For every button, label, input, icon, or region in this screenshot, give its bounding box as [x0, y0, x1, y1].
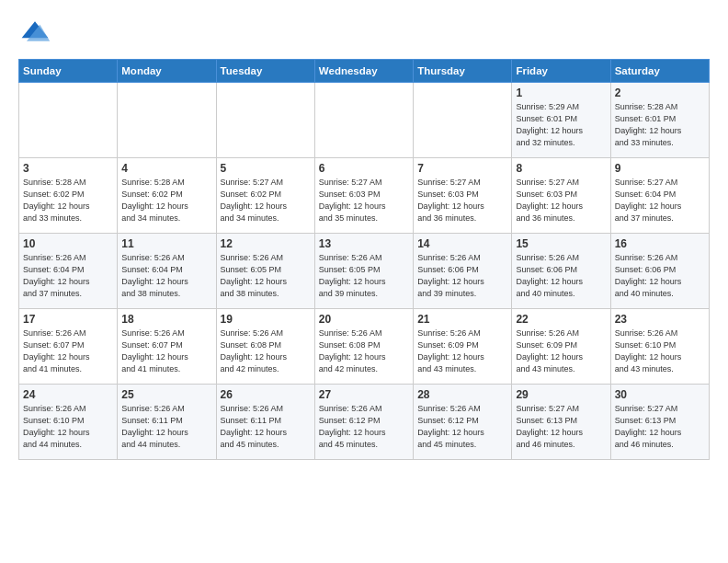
- week-row-2: 3Sunrise: 5:28 AM Sunset: 6:02 PM Daylig…: [19, 158, 710, 234]
- calendar-cell: 14Sunrise: 5:26 AM Sunset: 6:06 PM Dayli…: [414, 234, 512, 309]
- header: [18, 15, 710, 48]
- day-number: 10: [23, 237, 113, 250]
- day-info: Sunrise: 5:28 AM Sunset: 6:02 PM Dayligh…: [23, 177, 113, 224]
- calendar-cell: 28Sunrise: 5:26 AM Sunset: 6:12 PM Dayli…: [414, 385, 512, 460]
- day-number: 24: [23, 388, 113, 401]
- week-row-5: 24Sunrise: 5:26 AM Sunset: 6:10 PM Dayli…: [19, 385, 710, 460]
- calendar-cell: 17Sunrise: 5:26 AM Sunset: 6:07 PM Dayli…: [19, 309, 118, 385]
- day-number: 26: [221, 388, 311, 401]
- day-number: 16: [615, 237, 705, 250]
- calendar-cell: 26Sunrise: 5:26 AM Sunset: 6:11 PM Dayli…: [216, 385, 314, 460]
- day-number: 13: [319, 237, 409, 250]
- calendar-cell: 12Sunrise: 5:26 AM Sunset: 6:05 PM Dayli…: [216, 234, 314, 309]
- calendar-cell: 6Sunrise: 5:27 AM Sunset: 6:03 PM Daylig…: [314, 158, 413, 234]
- calendar-cell: 27Sunrise: 5:26 AM Sunset: 6:12 PM Dayli…: [314, 385, 413, 460]
- calendar-cell: 20Sunrise: 5:26 AM Sunset: 6:08 PM Dayli…: [314, 309, 413, 385]
- calendar-cell: [118, 83, 216, 158]
- calendar-cell: 24Sunrise: 5:26 AM Sunset: 6:10 PM Dayli…: [19, 385, 118, 460]
- calendar-cell: 16Sunrise: 5:26 AM Sunset: 6:06 PM Dayli…: [610, 234, 709, 309]
- calendar-cell: 29Sunrise: 5:27 AM Sunset: 6:13 PM Dayli…: [512, 385, 610, 460]
- day-info: Sunrise: 5:26 AM Sunset: 6:10 PM Dayligh…: [23, 403, 113, 451]
- calendar-cell: [314, 83, 413, 158]
- day-info: Sunrise: 5:27 AM Sunset: 6:02 PM Dayligh…: [221, 177, 311, 224]
- weekday-header-tuesday: Tuesday: [216, 60, 314, 83]
- calendar-cell: 2Sunrise: 5:28 AM Sunset: 6:01 PM Daylig…: [610, 83, 709, 158]
- calendar-cell: 23Sunrise: 5:26 AM Sunset: 6:10 PM Dayli…: [610, 309, 709, 385]
- day-info: Sunrise: 5:26 AM Sunset: 6:04 PM Dayligh…: [23, 252, 113, 300]
- day-info: Sunrise: 5:26 AM Sunset: 6:11 PM Dayligh…: [121, 403, 211, 451]
- calendar-cell: 4Sunrise: 5:28 AM Sunset: 6:02 PM Daylig…: [118, 158, 216, 234]
- day-info: Sunrise: 5:26 AM Sunset: 6:11 PM Dayligh…: [221, 403, 311, 451]
- day-info: Sunrise: 5:26 AM Sunset: 6:09 PM Dayligh…: [417, 327, 507, 375]
- day-info: Sunrise: 5:27 AM Sunset: 6:03 PM Dayligh…: [417, 177, 507, 224]
- day-info: Sunrise: 5:27 AM Sunset: 6:03 PM Dayligh…: [516, 177, 606, 224]
- weekday-header-sunday: Sunday: [19, 60, 118, 83]
- day-number: 18: [121, 313, 211, 326]
- day-number: 12: [221, 237, 311, 250]
- calendar-cell: [19, 83, 118, 158]
- calendar-cell: [216, 83, 314, 158]
- weekday-header-row: SundayMondayTuesdayWednesdayThursdayFrid…: [19, 60, 710, 83]
- day-number: 8: [516, 162, 606, 175]
- day-number: 7: [417, 162, 507, 175]
- day-number: 4: [121, 162, 211, 175]
- calendar-cell: 7Sunrise: 5:27 AM Sunset: 6:03 PM Daylig…: [414, 158, 512, 234]
- day-number: 30: [615, 388, 705, 401]
- day-info: Sunrise: 5:27 AM Sunset: 6:13 PM Dayligh…: [615, 403, 705, 451]
- day-number: 14: [417, 237, 507, 250]
- day-number: 17: [23, 313, 113, 326]
- day-info: Sunrise: 5:26 AM Sunset: 6:06 PM Dayligh…: [417, 252, 507, 300]
- day-number: 11: [121, 237, 211, 250]
- day-info: Sunrise: 5:26 AM Sunset: 6:05 PM Dayligh…: [221, 252, 311, 300]
- calendar-cell: 9Sunrise: 5:27 AM Sunset: 6:04 PM Daylig…: [610, 158, 709, 234]
- day-number: 3: [23, 162, 113, 175]
- calendar-cell: [414, 83, 512, 158]
- day-number: 21: [417, 313, 507, 326]
- day-info: Sunrise: 5:26 AM Sunset: 6:08 PM Dayligh…: [221, 327, 311, 375]
- weekday-header-friday: Friday: [512, 60, 610, 83]
- weekday-header-thursday: Thursday: [414, 60, 512, 83]
- day-info: Sunrise: 5:26 AM Sunset: 6:04 PM Dayligh…: [121, 252, 211, 300]
- day-info: Sunrise: 5:27 AM Sunset: 6:04 PM Dayligh…: [615, 177, 705, 224]
- day-number: 25: [121, 388, 211, 401]
- day-info: Sunrise: 5:28 AM Sunset: 6:01 PM Dayligh…: [615, 101, 705, 149]
- calendar-cell: 5Sunrise: 5:27 AM Sunset: 6:02 PM Daylig…: [216, 158, 314, 234]
- day-number: 28: [417, 388, 507, 401]
- calendar-cell: 25Sunrise: 5:26 AM Sunset: 6:11 PM Dayli…: [118, 385, 216, 460]
- calendar-cell: 22Sunrise: 5:26 AM Sunset: 6:09 PM Dayli…: [512, 309, 610, 385]
- day-info: Sunrise: 5:29 AM Sunset: 6:01 PM Dayligh…: [516, 101, 606, 149]
- day-number: 27: [319, 388, 409, 401]
- calendar-cell: 13Sunrise: 5:26 AM Sunset: 6:05 PM Dayli…: [314, 234, 413, 309]
- day-info: Sunrise: 5:26 AM Sunset: 6:08 PM Dayligh…: [319, 327, 409, 375]
- day-number: 15: [516, 237, 606, 250]
- day-number: 19: [221, 313, 311, 326]
- week-row-1: 1Sunrise: 5:29 AM Sunset: 6:01 PM Daylig…: [19, 83, 710, 158]
- day-info: Sunrise: 5:28 AM Sunset: 6:02 PM Dayligh…: [121, 177, 211, 224]
- day-info: Sunrise: 5:26 AM Sunset: 6:07 PM Dayligh…: [23, 327, 113, 375]
- calendar-cell: 19Sunrise: 5:26 AM Sunset: 6:08 PM Dayli…: [216, 309, 314, 385]
- weekday-header-saturday: Saturday: [610, 60, 709, 83]
- day-number: 20: [319, 313, 409, 326]
- calendar-table: SundayMondayTuesdayWednesdayThursdayFrid…: [18, 59, 710, 460]
- day-info: Sunrise: 5:26 AM Sunset: 6:10 PM Dayligh…: [615, 327, 705, 375]
- day-info: Sunrise: 5:26 AM Sunset: 6:06 PM Dayligh…: [516, 252, 606, 300]
- weekday-header-wednesday: Wednesday: [314, 60, 413, 83]
- day-number: 6: [319, 162, 409, 175]
- day-info: Sunrise: 5:26 AM Sunset: 6:09 PM Dayligh…: [516, 327, 606, 375]
- week-row-3: 10Sunrise: 5:26 AM Sunset: 6:04 PM Dayli…: [19, 234, 710, 309]
- weekday-header-monday: Monday: [118, 60, 216, 83]
- logo: [18, 15, 57, 48]
- day-number: 22: [516, 313, 606, 326]
- calendar-cell: 10Sunrise: 5:26 AM Sunset: 6:04 PM Dayli…: [19, 234, 118, 309]
- logo-icon: [18, 15, 51, 48]
- day-info: Sunrise: 5:26 AM Sunset: 6:12 PM Dayligh…: [319, 403, 409, 451]
- day-info: Sunrise: 5:27 AM Sunset: 6:13 PM Dayligh…: [516, 403, 606, 451]
- day-info: Sunrise: 5:26 AM Sunset: 6:05 PM Dayligh…: [319, 252, 409, 300]
- day-number: 29: [516, 388, 606, 401]
- calendar-cell: 30Sunrise: 5:27 AM Sunset: 6:13 PM Dayli…: [610, 385, 709, 460]
- calendar-cell: 18Sunrise: 5:26 AM Sunset: 6:07 PM Dayli…: [118, 309, 216, 385]
- day-number: 1: [516, 86, 606, 99]
- page: SundayMondayTuesdayWednesdayThursdayFrid…: [0, 0, 728, 478]
- calendar-cell: 3Sunrise: 5:28 AM Sunset: 6:02 PM Daylig…: [19, 158, 118, 234]
- calendar-cell: 1Sunrise: 5:29 AM Sunset: 6:01 PM Daylig…: [512, 83, 610, 158]
